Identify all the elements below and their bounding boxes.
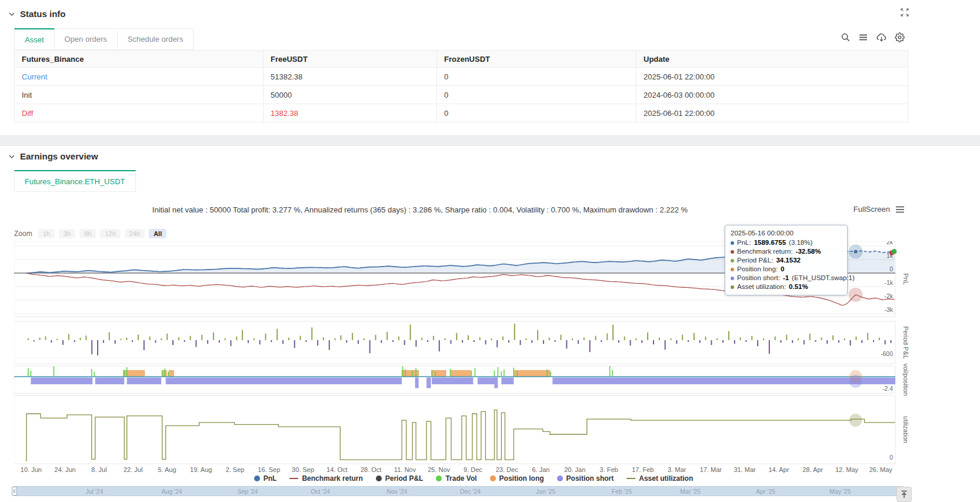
line-marker-icon (626, 478, 635, 479)
legend-label: Period P&L (385, 474, 424, 483)
tooltip-suffix: (3.18%) (789, 238, 812, 247)
circle-marker-icon (376, 476, 382, 481)
cell-name: Init (15, 86, 264, 104)
zoom-button-1h[interactable]: 1h (38, 229, 55, 238)
tooltip-value: 1589.6755 (754, 238, 786, 247)
navigator-month-label: Sep '24 (237, 488, 258, 495)
tooltip-value: -32.58% (796, 247, 821, 256)
tooltip-value: -1 (783, 274, 789, 282)
navigator-month-label: Aug '24 (161, 488, 182, 495)
svg-text:PnL: PnL (902, 273, 909, 285)
cell-update: 2025-06-01 22:00:00 (636, 104, 908, 122)
tooltip-label: PnL: (737, 238, 751, 247)
tab-schedule-orders[interactable]: Schedule orders (118, 28, 194, 50)
cell-name[interactable]: Current (15, 68, 264, 86)
tooltip-label: Position short: (737, 274, 780, 282)
svg-text:28. Oct: 28. Oct (361, 466, 381, 473)
tooltip-row: Benchmark return: -32.58% (731, 247, 842, 256)
chart-navigator[interactable]: Jul '24Aug '24Sep '24Oct '24Nov '24Dec '… (14, 486, 904, 496)
svg-text:-2.4: -2.4 (882, 385, 893, 392)
cell-update: 2024-06-03 00:00:00 (636, 86, 908, 104)
series-dot-icon (731, 241, 734, 245)
series-dot-icon (731, 250, 734, 254)
svg-text:9. Dec: 9. Dec (464, 466, 482, 473)
table-row: Init5000002024-06-03 00:00:00 (15, 86, 908, 104)
tooltip-label: Benchmark return: (737, 247, 793, 256)
cell-frozen: 0 (437, 86, 636, 104)
earnings-summary: Initial net value : 50000 Total profit: … (14, 205, 826, 214)
svg-text:24. Jun: 24. Jun (55, 466, 76, 473)
expand-icon[interactable] (900, 8, 909, 19)
tooltip-row: Position short: -1 (ETH_USDT.swap:1) (731, 274, 842, 282)
collapse-chevron-icon[interactable] (8, 11, 15, 18)
tab-futures-binance-eth-usdt[interactable]: Futures_Binance.ETH_USDT (14, 170, 136, 192)
legend-item-period-p&l[interactable]: Period P&L (376, 474, 424, 483)
legend-item-benchmark-return[interactable]: Benchmark return (289, 474, 362, 483)
tooltip-suffix: (ETH_USDT.swap:1) (792, 274, 855, 282)
svg-text:10. Jun: 10. Jun (21, 466, 42, 473)
menu-icon[interactable] (858, 32, 868, 42)
tab-asset[interactable]: Asset (14, 28, 55, 50)
collapse-chevron-icon[interactable] (8, 153, 15, 160)
svg-text:0: 0 (889, 454, 893, 461)
zoom-button-3h[interactable]: 3h (59, 229, 75, 238)
legend-item-position-short[interactable]: Position short (557, 474, 614, 483)
status-info-tabs: AssetOpen ordersSchedule orders (14, 28, 194, 50)
svg-text:-1k: -1k (884, 279, 893, 286)
table-row: Current51382.3802025-06-01 22:00:00 (15, 68, 908, 86)
svg-text:22. Jul: 22. Jul (124, 466, 142, 473)
svg-text:utilization: utilization (902, 416, 909, 443)
svg-text:25. Nov: 25. Nov (428, 466, 450, 473)
zoom-button-all[interactable]: All (149, 229, 166, 238)
legend-item-position-long[interactable]: Position long (490, 474, 544, 483)
circle-marker-icon (254, 476, 260, 481)
svg-text:17. Mar: 17. Mar (700, 466, 722, 473)
svg-text:11. Nov: 11. Nov (394, 466, 416, 473)
svg-text:-2k: -2k (884, 292, 893, 300)
navigator-handle-left[interactable] (12, 487, 17, 496)
svg-text:14. Apr: 14. Apr (768, 466, 789, 473)
cell-free: 51382.38 (264, 68, 437, 86)
legend-item-asset-utilization[interactable]: Asset utilization (626, 474, 693, 483)
legend-label: Asset utilization (639, 474, 693, 483)
svg-text:26. May: 26. May (869, 466, 893, 473)
cell-update: 2025-06-01 22:00:00 (636, 68, 908, 86)
svg-text:8. Jul: 8. Jul (91, 466, 106, 473)
tooltip-value: 0 (781, 265, 784, 274)
tooltip-row: Asset utilization: 0.51% (731, 282, 842, 291)
tooltip-value: 34.1532 (776, 256, 801, 265)
svg-text:19. Aug: 19. Aug (190, 466, 212, 473)
svg-text:17. Feb: 17. Feb (632, 466, 654, 473)
series-dot-icon (731, 285, 734, 289)
legend-label: Benchmark return (302, 474, 362, 483)
svg-text:2k: 2k (886, 241, 894, 245)
tab-open-orders[interactable]: Open orders (55, 28, 118, 50)
search-icon[interactable] (841, 32, 851, 42)
legend-item-trade-vol[interactable]: Trade Vol (436, 474, 476, 483)
section-divider (0, 135, 980, 146)
tooltip-timestamp: 2025-05-16 00:00:00 (731, 230, 842, 237)
zoom-button-8h[interactable]: 8h (79, 229, 96, 238)
chart-menu-icon[interactable] (895, 205, 905, 214)
cell-frozen: 0 (437, 104, 636, 122)
navigator-month-label: May '25 (829, 488, 851, 495)
navigator-month-label: Feb '25 (612, 488, 632, 495)
tooltip-label: Asset utilization: (737, 282, 786, 291)
zoom-button-12h[interactable]: 12h (100, 229, 120, 238)
svg-text:31. Mar: 31. Mar (734, 466, 756, 473)
svg-text:23. Dec: 23. Dec (496, 466, 518, 473)
fullscreen-button[interactable]: FullScreen (854, 205, 905, 214)
svg-text:3. Mar: 3. Mar (668, 466, 686, 473)
back-to-top-button[interactable] (896, 487, 912, 502)
arrow-to-top-icon (900, 490, 908, 498)
svg-text:20. Jan: 20. Jan (564, 466, 585, 473)
cloud-download-icon[interactable] (876, 32, 887, 42)
zoom-button-24h[interactable]: 24h (125, 229, 145, 238)
legend-item-pnl[interactable]: PnL (254, 474, 277, 483)
svg-text:14. Oct: 14. Oct (326, 466, 347, 473)
tooltip-row: Position long: 0 (731, 265, 842, 274)
svg-text:3. Feb: 3. Feb (599, 466, 618, 473)
circle-marker-icon (557, 476, 563, 481)
gear-icon[interactable] (895, 32, 905, 42)
circle-marker-icon (436, 476, 442, 481)
